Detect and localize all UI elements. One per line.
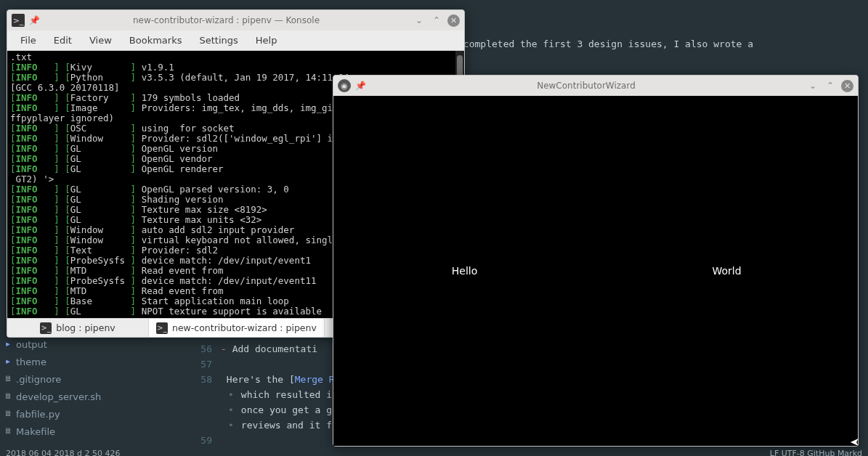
file-tree-item[interactable]: ▸theme [0, 353, 189, 370]
terminal-tab-icon: >_ [40, 322, 52, 334]
konsole-tab[interactable]: >_ new-contributor-wizard : pipenv [149, 319, 325, 337]
file-tree-item[interactable]: 🗎.gitignore [0, 370, 189, 388]
kivy-left-label[interactable]: Hello [333, 96, 596, 446]
terminal-line: [INFO ] [Kivy ] v1.9.1 [10, 62, 461, 73]
tab-label: new-contributor-wizard : pipenv [172, 322, 317, 333]
folder-icon: ▸ [3, 357, 13, 367]
minimize-button[interactable]: ⌄ [806, 79, 819, 92]
konsole-titlebar[interactable]: >_ 📌 new-contributor-wizard : pipenv — K… [7, 10, 464, 30]
menu-file[interactable]: File [12, 30, 45, 50]
editor-status-bar: 2018 06 04 2018 d 2 50 426 LF UTF-8 GitH… [0, 449, 868, 456]
konsole-tab[interactable]: >_ blog : pipenv [7, 319, 149, 337]
file-tree: ▸output ▸theme 🗎.gitignore 🗎develop_serv… [0, 335, 189, 440]
folder-icon: ▸ [3, 339, 13, 349]
kivy-content: Hello World [333, 96, 858, 446]
menu-view[interactable]: View [81, 30, 121, 50]
maximize-button[interactable]: ⌃ [824, 79, 837, 92]
file-icon: 🗎 [3, 374, 13, 384]
kivy-app-window: ◉ 📌 NewContributorWizard ⌄ ⌃ ✕ Hello Wor… [333, 75, 859, 447]
menu-help[interactable]: Help [247, 30, 286, 50]
terminal-line: .txt [10, 52, 461, 62]
menu-bookmarks[interactable]: Bookmarks [121, 30, 191, 50]
file-tree-item[interactable]: 🗎Makefile [0, 423, 189, 440]
pin-icon[interactable]: 📌 [355, 81, 366, 91]
minimize-button[interactable]: ⌄ [413, 14, 426, 27]
kivy-app-icon: ◉ [338, 79, 351, 92]
maximize-button[interactable]: ⌃ [430, 14, 443, 27]
kivy-right-label[interactable]: World [596, 96, 858, 446]
konsole-menubar: File Edit View Bookmarks Settings Help [7, 30, 464, 51]
kivy-title: NewContributorWizard [370, 81, 802, 91]
file-tree-item[interactable]: ▸output [0, 335, 189, 353]
file-tree-item[interactable]: 🗎develop_server.sh [0, 388, 189, 405]
menu-settings[interactable]: Settings [190, 30, 246, 50]
merge-link[interactable]: Merge R [295, 374, 335, 385]
file-tree-item[interactable]: 🗎fabfile.py [0, 405, 189, 423]
cursor-icon: ➤ [850, 435, 859, 449]
close-button[interactable]: ✕ [841, 80, 853, 92]
file-icon: 🗎 [3, 391, 13, 402]
terminal-app-icon: >_ [12, 14, 25, 27]
status-left: 2018 06 04 2018 d 2 50 426 [6, 449, 120, 456]
terminal-tab-icon: >_ [156, 322, 168, 334]
editor-lower[interactable]: 56- Add documentati 57 58 Here's the [Me… [190, 341, 349, 448]
file-icon: 🗎 [3, 426, 13, 436]
tab-label: blog : pipenv [56, 322, 115, 333]
status-right: LF UTF-8 GitHub Markd [770, 449, 862, 456]
konsole-title: new-contributor-wizard : pipenv — Konsol… [44, 15, 408, 25]
file-icon: 🗎 [3, 409, 13, 419]
menu-edit[interactable]: Edit [45, 30, 81, 50]
close-button[interactable]: ✕ [447, 15, 460, 27]
kivy-titlebar[interactable]: ◉ 📌 NewContributorWizard ⌄ ⌃ ✕ [333, 76, 858, 96]
pin-icon[interactable]: 📌 [29, 15, 40, 25]
